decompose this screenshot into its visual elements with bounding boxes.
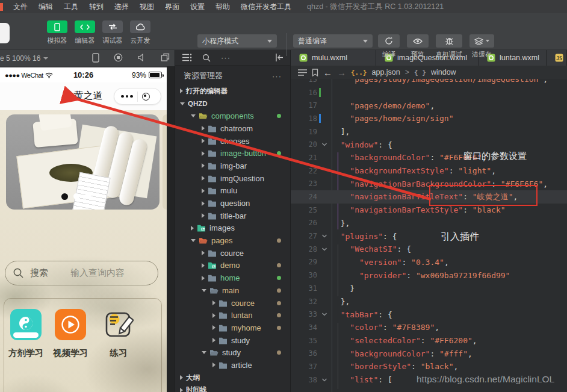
- chevron-right-icon: [212, 338, 215, 343]
- tree-section-QHZD[interactable]: QHZD: [175, 98, 290, 110]
- tree-item-myhome[interactable]: myhome: [175, 322, 290, 334]
- menu-item[interactable]: 界面: [160, 0, 185, 13]
- collapse-panel-icon[interactable]: [275, 54, 284, 61]
- compile-select-value: 普通编译: [298, 36, 327, 46]
- tab-partial[interactable]: JS: [547, 50, 567, 66]
- avatar[interactable]: [0, 23, 10, 43]
- app-视频学习[interactable]: 视频学习: [52, 309, 89, 359]
- code-line-17[interactable]: 17 "pages/demo/demo",: [291, 99, 567, 112]
- carousel-banner[interactable]: [6, 114, 160, 210]
- tree-section-时间线[interactable]: 时间线: [175, 384, 290, 392]
- mute-icon[interactable]: [137, 53, 146, 63]
- bookmark-icon[interactable]: [312, 69, 318, 76]
- forward-icon[interactable]: →: [337, 67, 346, 78]
- tree-item-pages[interactable]: pages: [175, 234, 290, 247]
- tree-item-luntan[interactable]: luntan: [175, 309, 290, 322]
- breadcrumb-file[interactable]: app.json: [372, 68, 400, 76]
- code-line-18[interactable]: 18 "pages/home/sign/sign": [291, 112, 567, 125]
- compile-select[interactable]: 普通编译: [293, 34, 373, 48]
- code-line-35[interactable]: 35 "selectedColor": "#FF6200",: [291, 334, 567, 347]
- code-line-22[interactable]: 22 "backgroundTextStyle": "light",: [291, 164, 567, 178]
- search-bar[interactable]: 搜索 输入查询内容: [5, 261, 158, 285]
- toolbar-编译-button[interactable]: 编译: [378, 34, 400, 59]
- menu-item[interactable]: 编辑: [33, 0, 58, 13]
- tree-section-大纲[interactable]: 大纲: [175, 372, 290, 384]
- tree-item-image-button[interactable]: image-button: [175, 147, 290, 160]
- toolbar-云开发-button[interactable]: 云开发: [129, 20, 151, 45]
- record-icon[interactable]: [114, 53, 123, 63]
- fold-chevron-icon[interactable]: [321, 234, 330, 238]
- code-line-19[interactable]: 19 ],: [291, 125, 567, 138]
- tree-item-main[interactable]: main: [175, 284, 290, 297]
- mode-select[interactable]: 小程序模式: [197, 34, 277, 48]
- tree-section-打开的编辑器[interactable]: 打开的编辑器: [175, 85, 290, 98]
- menu-item[interactable]: 文件: [8, 0, 33, 13]
- tree-item-demo[interactable]: demo: [175, 260, 290, 272]
- code-line-31[interactable]: 31 }: [291, 282, 567, 295]
- menu-item[interactable]: 视图: [134, 0, 160, 13]
- tree-item-article[interactable]: article: [175, 359, 290, 372]
- app-练习[interactable]: 练习: [101, 309, 136, 359]
- code-line-28[interactable]: 28 "WechatSI": {: [291, 243, 567, 256]
- fold-chevron-icon[interactable]: [321, 247, 330, 252]
- code-line-27[interactable]: 27 "plugins": {: [291, 229, 567, 243]
- tree-item-title-bar[interactable]: title-bar: [175, 210, 290, 222]
- exit-miniprogram-button[interactable]: [142, 93, 150, 101]
- code-line-16[interactable]: 16: [291, 86, 567, 99]
- back-icon[interactable]: ←: [323, 67, 332, 78]
- file-list-icon[interactable]: [182, 54, 192, 61]
- menu-item[interactable]: 微信开发者工具: [235, 0, 297, 13]
- code-editor[interactable]: 15 "pages/study/imageQuestion/imageQuest…: [291, 79, 567, 392]
- chevron-down-icon: [191, 239, 196, 242]
- tree-item-images[interactable]: images: [175, 222, 290, 235]
- tree-item-mulu[interactable]: mulu: [175, 185, 290, 198]
- toolbar-调试器-button[interactable]: 调试器: [102, 20, 123, 45]
- tab-mulu.wxml[interactable]: mulu.wxml: [291, 50, 376, 66]
- tree-item-study[interactable]: study: [175, 334, 290, 347]
- code-line-37[interactable]: 37 "borderStyle": "black",: [291, 360, 567, 373]
- device-selector[interactable]: e 5 100% 16: [0, 54, 40, 63]
- outline-icon[interactable]: [298, 69, 307, 76]
- tree-item-chatroom[interactable]: chatroom: [175, 122, 290, 135]
- menu-item[interactable]: 选择: [109, 0, 134, 13]
- tree-item-imgQuestion[interactable]: imgQuestion: [175, 172, 290, 185]
- fold-chevron-icon[interactable]: [321, 378, 330, 382]
- menu-item[interactable]: 工具: [58, 0, 84, 13]
- menu-item[interactable]: 帮助: [210, 0, 235, 13]
- tree-item-question[interactable]: question: [175, 197, 290, 210]
- tree-item-chooses[interactable]: chooses: [175, 135, 290, 148]
- code-line-33[interactable]: 33 "tabBar": {: [291, 308, 567, 321]
- tree-item-cource[interactable]: cource: [175, 247, 290, 260]
- fold-chevron-icon[interactable]: [321, 142, 330, 147]
- menu-item[interactable]: 转到: [84, 0, 109, 13]
- menu-item[interactable]: 设置: [185, 0, 210, 13]
- code-line-36[interactable]: 36 "backgroundColor": "#fff",: [291, 347, 567, 360]
- more-actions-icon[interactable]: ···: [221, 53, 231, 62]
- toolbar-清缓存-button[interactable]: 清缓存: [469, 34, 494, 59]
- fold-chevron-icon[interactable]: [321, 312, 330, 317]
- toolbar-预览-button[interactable]: 预览: [407, 34, 429, 59]
- rotate-device-icon[interactable]: [92, 53, 99, 63]
- tree-item-img-bar[interactable]: img-bar: [175, 160, 290, 172]
- breadcrumb-section[interactable]: window: [431, 68, 456, 76]
- explorer-more-icon[interactable]: ···: [272, 72, 282, 81]
- code-line-15[interactable]: 15 "pages/study/imageQuestion/imageQuest…: [291, 79, 567, 86]
- tree-item-cource[interactable]: cource: [175, 297, 290, 310]
- toolbar-编辑器-button[interactable]: 编辑器: [74, 20, 96, 45]
- tree-item-study[interactable]: study: [175, 346, 290, 359]
- toolbar-真机调试-button[interactable]: 真机调试: [436, 34, 462, 59]
- app-方剂学习[interactable]: 方剂学习: [7, 309, 45, 359]
- code-line-34[interactable]: 34 "color": "#7F8389",: [291, 321, 567, 334]
- toolbar-模拟器-button[interactable]: 模拟器: [46, 20, 68, 45]
- chevron-right-icon: [202, 213, 205, 218]
- tree-item-components[interactable]: components: [175, 110, 290, 122]
- more-menu-button[interactable]: [121, 95, 133, 98]
- windows-icon[interactable]: [161, 53, 170, 63]
- code-line-26[interactable]: 26 },: [291, 217, 567, 230]
- code-line-29[interactable]: 29 "version": "0.3.4",: [291, 256, 567, 269]
- tree-item-home[interactable]: home: [175, 272, 290, 284]
- code-line-32[interactable]: 32 },: [291, 295, 567, 308]
- search-icon[interactable]: [202, 54, 211, 62]
- code-line-30[interactable]: 30 "provider": "wx069ba97219f66d99": [291, 269, 567, 282]
- code-line-20[interactable]: 20 "window": {: [291, 138, 567, 151]
